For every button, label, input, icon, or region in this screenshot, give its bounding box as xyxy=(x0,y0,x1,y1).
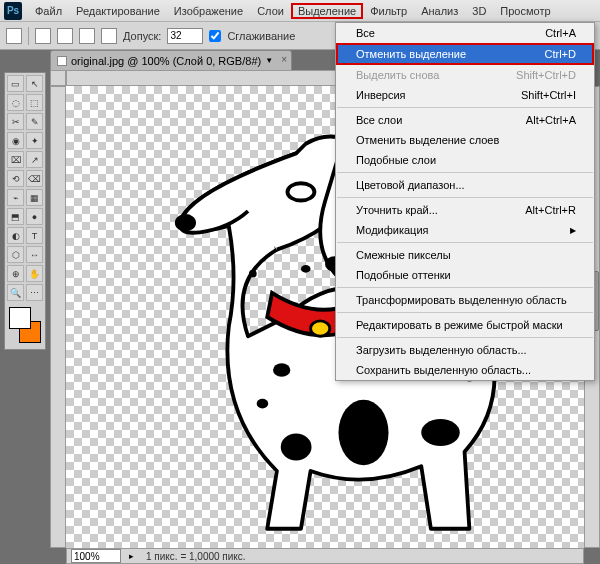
menu-item-редактировать-в-режиме-быстрой-маски[interactable]: Редактировать в режиме быстрой маски xyxy=(336,315,594,335)
menu-item-shortcut: Alt+Ctrl+R xyxy=(525,204,576,216)
selection-mode-subtract-icon[interactable] xyxy=(79,28,95,44)
menu-файл[interactable]: Файл xyxy=(28,3,69,19)
menu-item-label: Трансформировать выделенную область xyxy=(356,294,567,306)
chevron-down-icon[interactable]: ▼ xyxy=(265,56,273,65)
tool-16[interactable]: ◐ xyxy=(7,227,24,244)
menu-item-label: Подобные слои xyxy=(356,154,436,166)
menu-item-трансформировать-выделенную-область[interactable]: Трансформировать выделенную область xyxy=(336,290,594,310)
ruler-vertical[interactable] xyxy=(50,86,66,548)
menu-item-label: Уточнить край... xyxy=(356,204,438,216)
svg-point-13 xyxy=(301,265,311,273)
menu-item-загрузить-выделенную-область-[interactable]: Загрузить выделенную область... xyxy=(336,340,594,360)
menu-просмотр[interactable]: Просмотр xyxy=(493,3,557,19)
svg-point-2 xyxy=(311,321,330,336)
svg-point-7 xyxy=(257,399,269,409)
tool-5[interactable]: ✎ xyxy=(26,113,43,130)
ruler-origin[interactable] xyxy=(50,70,66,86)
menu-изображение[interactable]: Изображение xyxy=(167,3,250,19)
menu-item-уточнить-край-[interactable]: Уточнить край...Alt+Ctrl+R xyxy=(336,200,594,220)
menu-item-сохранить-выделенную-область-[interactable]: Сохранить выделенную область... xyxy=(336,360,594,380)
foreground-color-swatch[interactable] xyxy=(9,307,31,329)
tool-4[interactable]: ✂ xyxy=(7,113,24,130)
menu-item-label: Все xyxy=(356,27,375,39)
tolerance-input[interactable] xyxy=(167,28,203,44)
menu-item-label: Все слои xyxy=(356,114,402,126)
tool-8[interactable]: ⌧ xyxy=(7,151,24,168)
antialias-checkbox[interactable] xyxy=(209,30,221,42)
menu-item-модификация[interactable]: Модификация▶ xyxy=(336,220,594,240)
svg-point-12 xyxy=(421,419,460,446)
menu-separator xyxy=(337,287,593,288)
svg-point-0 xyxy=(287,183,314,200)
tool-6[interactable]: ◉ xyxy=(7,132,24,149)
selection-mode-new-icon[interactable] xyxy=(35,28,51,44)
menu-separator xyxy=(337,337,593,338)
tool-preset-icon[interactable] xyxy=(6,28,22,44)
menu-item-смежные-пикселы[interactable]: Смежные пикселы xyxy=(336,245,594,265)
menu-выделение[interactable]: Выделение xyxy=(291,3,363,19)
close-tab-icon[interactable]: × xyxy=(281,54,287,65)
menu-фильтр[interactable]: Фильтр xyxy=(363,3,414,19)
app-logo: Ps xyxy=(4,2,22,20)
tool-3[interactable]: ⬚ xyxy=(26,94,43,111)
status-bar: ▸ 1 пикс. = 1,0000 пикс. xyxy=(66,548,584,564)
selection-mode-intersect-icon[interactable] xyxy=(101,28,117,44)
menu-item-shortcut: Shift+Ctrl+I xyxy=(521,89,576,101)
menu-item-label: Смежные пикселы xyxy=(356,249,451,261)
tool-12[interactable]: ⌁ xyxy=(7,189,24,206)
menu-separator xyxy=(337,242,593,243)
menu-item-все-слои[interactable]: Все слоиAlt+Ctrl+A xyxy=(336,110,594,130)
tool-0[interactable]: ▭ xyxy=(7,75,24,92)
tool-14[interactable]: ⬒ xyxy=(7,208,24,225)
tool-1[interactable]: ↖ xyxy=(26,75,43,92)
tool-22[interactable]: 🔍 xyxy=(7,284,24,301)
menu-item-label: Отменить выделение слоев xyxy=(356,134,499,146)
menu-item-shortcut: Alt+Ctrl+A xyxy=(526,114,576,126)
selection-mode-add-icon[interactable] xyxy=(57,28,73,44)
doc-size-icon[interactable]: ▸ xyxy=(129,551,134,561)
svg-point-6 xyxy=(273,363,290,376)
menu-item-инверсия[interactable]: ИнверсияShift+Ctrl+I xyxy=(336,85,594,105)
menu-separator xyxy=(337,107,593,108)
tool-2[interactable]: ◌ xyxy=(7,94,24,111)
menu-separator xyxy=(337,312,593,313)
tool-11[interactable]: ⌫ xyxy=(26,170,43,187)
tool-20[interactable]: ⊕ xyxy=(7,265,24,282)
tool-15[interactable]: ● xyxy=(26,208,43,225)
menu-item-выделить-снова: Выделить сноваShift+Ctrl+D xyxy=(336,65,594,85)
menu-item-label: Загрузить выделенную область... xyxy=(356,344,527,356)
document-tab[interactable]: original.jpg @ 100% (Слой 0, RGB/8#) ▼ × xyxy=(50,50,292,70)
select-menu-dropdown: ВсеCtrl+AОтменить выделениеCtrl+DВыделит… xyxy=(335,22,595,381)
menu-item-отменить-выделение-слоев[interactable]: Отменить выделение слоев xyxy=(336,130,594,150)
separator xyxy=(28,27,29,45)
menu-item-label: Отменить выделение xyxy=(356,48,466,60)
tool-21[interactable]: ✋ xyxy=(26,265,43,282)
tool-13[interactable]: ▦ xyxy=(26,189,43,206)
menu-3d[interactable]: 3D xyxy=(465,3,493,19)
tool-23[interactable]: ⋯ xyxy=(26,284,43,301)
menu-item-все[interactable]: ВсеCtrl+A xyxy=(336,23,594,43)
tool-17[interactable]: T xyxy=(26,227,43,244)
color-swatches[interactable] xyxy=(9,307,41,343)
menu-редактирование[interactable]: Редактирование xyxy=(69,3,167,19)
tool-18[interactable]: ⬡ xyxy=(7,246,24,263)
tool-10[interactable]: ⟲ xyxy=(7,170,24,187)
document-tab-label: original.jpg @ 100% (Слой 0, RGB/8#) xyxy=(71,55,261,67)
tool-9[interactable]: ↗ xyxy=(26,151,43,168)
menu-item-цветовой-диапазон-[interactable]: Цветовой диапазон... xyxy=(336,175,594,195)
svg-point-11 xyxy=(281,433,312,460)
menu-item-отменить-выделение[interactable]: Отменить выделениеCtrl+D xyxy=(336,43,594,65)
menu-слои[interactable]: Слои xyxy=(250,3,291,19)
tool-19[interactable]: ↔ xyxy=(26,246,43,263)
submenu-arrow-icon: ▶ xyxy=(570,226,576,235)
menu-separator xyxy=(337,172,593,173)
menu-item-подобные-оттенки[interactable]: Подобные оттенки xyxy=(336,265,594,285)
menu-separator xyxy=(337,197,593,198)
menu-анализ[interactable]: Анализ xyxy=(414,3,465,19)
tools-panel: ▭↖◌⬚✂✎◉✦⌧↗⟲⌫⌁▦⬒●◐T⬡↔⊕✋🔍⋯ xyxy=(4,72,46,350)
menu-item-label: Подобные оттенки xyxy=(356,269,451,281)
zoom-input[interactable] xyxy=(71,549,121,563)
menu-item-shortcut: Ctrl+D xyxy=(545,48,576,60)
menu-item-подобные-слои[interactable]: Подобные слои xyxy=(336,150,594,170)
tool-7[interactable]: ✦ xyxy=(26,132,43,149)
